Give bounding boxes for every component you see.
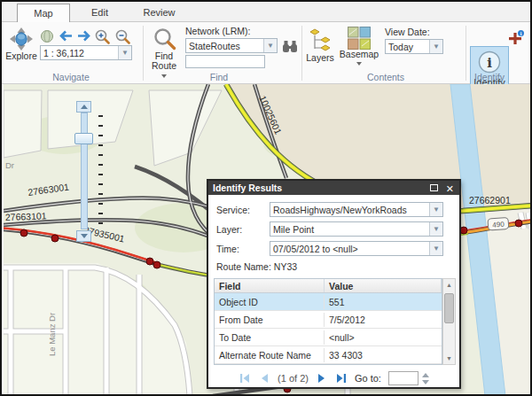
- layers-button-label: Layers: [306, 53, 334, 63]
- scroll-down-icon[interactable]: ▼: [443, 353, 455, 364]
- basemap-grid-icon: [348, 27, 371, 50]
- network-lrm-value: StateRoutes: [186, 41, 263, 51]
- scrollbar-thumb[interactable]: [444, 293, 454, 323]
- table-header-row: Field Value: [215, 279, 442, 293]
- next-extent-button[interactable]: [76, 29, 92, 43]
- group-separator: [301, 26, 302, 81]
- table-row[interactable]: Object ID 551: [215, 293, 442, 311]
- identify-location-plus-icon: i: [508, 30, 525, 46]
- triangle-up-icon: [81, 105, 88, 109]
- zoom-out-button[interactable]: [114, 28, 130, 44]
- chevron-down-icon[interactable]: ▼: [429, 222, 442, 236]
- view-date-combobox[interactable]: Today ▼: [385, 39, 443, 54]
- zoom-in-button[interactable]: [94, 28, 110, 44]
- identify-info-icon: i: [478, 50, 501, 74]
- chevron-down-icon[interactable]: ▼: [429, 203, 442, 216]
- layers-tree-icon: [309, 28, 331, 53]
- view-date-value: Today: [386, 42, 429, 52]
- application-window: Map Edit Review Explore: [0, 0, 532, 396]
- zoom-slider-thumb[interactable]: [74, 133, 93, 144]
- street-label-fragment: Dr: [5, 160, 14, 170]
- first-page-button[interactable]: [239, 372, 251, 384]
- find-route-button[interactable]: Find Route: [145, 27, 183, 78]
- service-combobox[interactable]: RoadsHighways/NewYorkRoads ▼: [270, 202, 443, 217]
- maximize-icon[interactable]: [430, 184, 438, 191]
- view-date-label: View Date:: [385, 27, 430, 37]
- full-extent-button[interactable]: [40, 29, 54, 43]
- svg-text:i: i: [487, 55, 492, 71]
- explore-button[interactable]: Explore: [4, 27, 39, 61]
- street-label: Le Manz Dr: [47, 313, 57, 356]
- spinner-up-icon[interactable]: [422, 373, 429, 377]
- svg-text:i: i: [520, 31, 521, 36]
- next-page-button[interactable]: [316, 372, 328, 384]
- chevron-down-icon[interactable]: ▼: [263, 39, 277, 52]
- cell-field: Alternate Route Name: [215, 348, 325, 362]
- table-row[interactable]: Alternate Route Name 33 4303: [215, 346, 442, 364]
- zoom-slider-ticks: [98, 115, 103, 225]
- svg-text:490: 490: [492, 221, 505, 229]
- tab-map[interactable]: Map: [17, 4, 70, 22]
- triangle-down-icon: [81, 234, 88, 238]
- map-scale-value: 1 : 36,112: [41, 48, 118, 58]
- chevron-down-icon: [161, 74, 167, 78]
- chevron-down-icon: [356, 62, 362, 66]
- basemap-button[interactable]: Basemap: [342, 27, 376, 66]
- identify-group-label: Identify: [474, 72, 505, 82]
- explore-button-label: Explore: [5, 51, 37, 61]
- attributes-table: Field Value Object ID 551 From Date 7/5/…: [214, 278, 442, 365]
- zoom-slider-track[interactable]: [81, 113, 88, 229]
- identify-route-location-button[interactable]: i: [508, 30, 525, 46]
- last-page-button[interactable]: [335, 372, 348, 384]
- scroll-up-icon[interactable]: ▲: [443, 279, 455, 291]
- network-lrm-combobox[interactable]: StateRoutes ▼: [185, 38, 278, 53]
- tab-review[interactable]: Review: [129, 4, 189, 22]
- spinner-down-icon[interactable]: [422, 380, 429, 384]
- tab-review-label: Review: [143, 7, 175, 18]
- route-name-label: Route Name:: [216, 261, 271, 272]
- close-icon[interactable]: ✕: [446, 182, 454, 196]
- cell-field: To Date: [215, 330, 325, 345]
- goto-page-input[interactable]: [388, 371, 419, 385]
- previous-extent-button[interactable]: [58, 29, 74, 43]
- search-routes-button[interactable]: [282, 40, 298, 53]
- layer-value: Mile Point: [270, 224, 429, 235]
- table-scrollbar[interactable]: ▲ ▼: [442, 278, 456, 365]
- zoom-slider-plus-button[interactable]: [76, 101, 91, 113]
- table-row[interactable]: To Date <null>: [215, 329, 442, 346]
- ribbon-tab-bar: Map Edit Review: [2, 2, 530, 22]
- tab-edit-label: Edit: [91, 7, 108, 18]
- time-label: Time:: [216, 244, 239, 254]
- layers-button[interactable]: Layers: [305, 28, 335, 63]
- map-scale-combobox[interactable]: 1 : 36,112 ▼: [40, 45, 132, 60]
- table-row[interactable]: From Date 7/5/2012: [215, 311, 442, 329]
- zoom-out-icon: [114, 28, 130, 44]
- pagination-bar: (1 of 2) Go to:: [208, 369, 459, 387]
- cell-value: 33 4303: [325, 348, 442, 362]
- goto-label: Go to:: [355, 373, 381, 384]
- chevron-down-icon[interactable]: ▼: [118, 46, 131, 59]
- road-label: 27662901: [469, 195, 511, 206]
- service-value: RoadsHighways/NewYorkRoads: [270, 205, 429, 215]
- layer-label: Layer:: [216, 224, 242, 235]
- cell-value: 551: [325, 295, 442, 309]
- route-name-line: Route Name: NY33: [216, 261, 297, 272]
- layer-combobox[interactable]: Mile Point ▼: [270, 221, 443, 237]
- column-header-field: Field: [215, 279, 325, 292]
- tab-edit[interactable]: Edit: [71, 4, 129, 22]
- map-zoom-slider[interactable]: [74, 101, 96, 246]
- page-status: (1 of 2): [278, 373, 309, 384]
- cell-value: <null>: [325, 330, 442, 345]
- time-combobox[interactable]: 07/05/2012 to <null> ▼: [270, 241, 443, 256]
- zoom-slider-minus-button[interactable]: [76, 230, 91, 242]
- goto-spinner[interactable]: [422, 373, 429, 384]
- chevron-down-icon[interactable]: ▼: [429, 242, 442, 255]
- ribbon-toolbar: Explore: [2, 22, 530, 84]
- find-route-button-label: Find Route: [149, 51, 179, 71]
- previous-page-button[interactable]: [258, 372, 270, 384]
- route-input-field[interactable]: [185, 55, 265, 68]
- group-separator: [143, 26, 144, 81]
- dialog-title-bar[interactable]: Identify Results ✕: [208, 181, 459, 195]
- navigate-group-label: Navigate: [52, 72, 89, 82]
- chevron-down-icon[interactable]: ▼: [429, 40, 442, 53]
